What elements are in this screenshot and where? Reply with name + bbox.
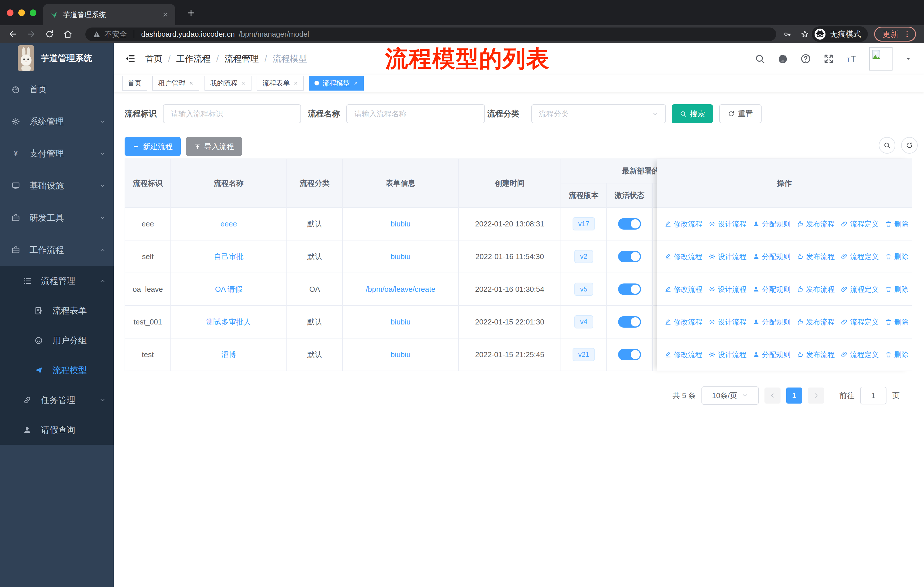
- action-modify[interactable]: 修改流程: [665, 284, 702, 294]
- browser-menu-icon[interactable]: [903, 30, 911, 38]
- action-modify[interactable]: 修改流程: [665, 350, 702, 359]
- action-definition[interactable]: 流程定义: [841, 219, 879, 229]
- sidebar-toggle-icon[interactable]: [125, 53, 135, 64]
- action-publish[interactable]: 发布流程: [797, 284, 835, 294]
- question-icon[interactable]: [800, 53, 811, 64]
- close-icon[interactable]: [353, 81, 358, 85]
- action-design[interactable]: 设计流程: [709, 219, 746, 229]
- sidebar-item-system[interactable]: 系统管理: [0, 106, 114, 137]
- action-definition[interactable]: 流程定义: [841, 284, 879, 294]
- current-page-button[interactable]: 1: [786, 387, 802, 403]
- password-key-icon[interactable]: [783, 30, 792, 38]
- address-bar[interactable]: 不安全 dashboard.yudao.iocoder.cn/bpm/manag…: [85, 28, 776, 41]
- model-name-link[interactable]: 自己审批: [214, 251, 244, 262]
- action-design[interactable]: 设计流程: [709, 317, 746, 327]
- action-delete[interactable]: 删除: [885, 219, 909, 229]
- action-assign-rule[interactable]: 分配规则: [753, 284, 790, 294]
- sidebar-item-process-model[interactable]: 流程模型: [0, 356, 114, 385]
- form-info-link[interactable]: biubiu: [391, 317, 411, 326]
- action-publish[interactable]: 发布流程: [797, 219, 835, 229]
- action-assign-rule[interactable]: 分配规则: [753, 317, 790, 327]
- sidebar-item-workflow[interactable]: 工作流程: [0, 234, 114, 266]
- goto-page-input[interactable]: [860, 387, 886, 404]
- sidebar-item-user-group[interactable]: 用户分组: [0, 326, 114, 356]
- search-icon[interactable]: [754, 53, 765, 64]
- github-icon[interactable]: [777, 53, 788, 64]
- back-button[interactable]: [8, 29, 18, 39]
- filter-category-select[interactable]: 流程分类: [531, 104, 666, 123]
- fullscreen-icon[interactable]: [823, 53, 834, 64]
- active-toggle[interactable]: [618, 218, 641, 230]
- active-toggle[interactable]: [618, 283, 641, 295]
- browser-tab[interactable]: 芋道管理系统: [43, 4, 175, 25]
- action-delete[interactable]: 删除: [885, 252, 909, 261]
- tab-home[interactable]: 首页: [122, 76, 147, 91]
- sidebar-item-devtools[interactable]: 研发工具: [0, 202, 114, 234]
- toggle-search-button[interactable]: [879, 137, 895, 154]
- action-modify[interactable]: 修改流程: [665, 317, 702, 327]
- home-button[interactable]: [63, 29, 73, 39]
- breadcrumb-item[interactable]: 流程管理: [224, 53, 259, 65]
- form-info-link[interactable]: biubiu: [391, 220, 411, 228]
- tab-process-model[interactable]: 流程模型: [309, 76, 364, 91]
- model-name-link[interactable]: OA 请假: [215, 284, 242, 294]
- action-definition[interactable]: 流程定义: [841, 350, 879, 359]
- user-avatar[interactable]: [869, 47, 893, 71]
- action-delete[interactable]: 删除: [885, 317, 909, 327]
- forward-button[interactable]: [26, 29, 36, 39]
- filter-name-input[interactable]: [346, 104, 485, 123]
- tab-process-form[interactable]: 流程表单: [257, 76, 304, 91]
- create-process-button[interactable]: 新建流程: [125, 137, 181, 156]
- update-button[interactable]: 更新: [874, 26, 916, 41]
- sidebar-item-process-form[interactable]: 流程表单: [0, 296, 114, 326]
- action-assign-rule[interactable]: 分配规则: [753, 350, 790, 359]
- import-process-button[interactable]: 导入流程: [186, 137, 242, 156]
- security-label[interactable]: 不安全: [104, 29, 127, 39]
- filter-key-input[interactable]: [163, 104, 301, 123]
- bookmark-star-icon[interactable]: [800, 30, 809, 39]
- tab-tenant[interactable]: 租户管理: [152, 76, 200, 91]
- window-minimize-button[interactable]: [18, 10, 25, 16]
- action-publish[interactable]: 发布流程: [797, 350, 835, 359]
- sidebar-item-home[interactable]: 首页: [0, 73, 114, 106]
- page-size-select[interactable]: 10条/页: [701, 386, 759, 405]
- sidebar-item-infra[interactable]: 基础设施: [0, 170, 114, 202]
- font-size-icon[interactable]: TT: [846, 53, 857, 64]
- breadcrumb-item[interactable]: 工作流程: [176, 53, 211, 65]
- close-icon[interactable]: [241, 81, 246, 85]
- search-button[interactable]: 搜索: [672, 104, 713, 123]
- sidebar-item-task-mgmt[interactable]: 任务管理: [0, 385, 114, 415]
- sidebar-item-process-mgmt[interactable]: 流程管理: [0, 266, 114, 296]
- reload-button[interactable]: [45, 29, 54, 39]
- window-close-button[interactable]: [7, 10, 13, 16]
- action-assign-rule[interactable]: 分配规则: [753, 219, 790, 229]
- reset-button[interactable]: 重置: [719, 104, 762, 123]
- prev-page-button[interactable]: [764, 387, 780, 403]
- form-info-link[interactable]: biubiu: [391, 350, 411, 359]
- active-toggle[interactable]: [618, 316, 641, 327]
- active-toggle[interactable]: [618, 251, 641, 262]
- action-publish[interactable]: 发布流程: [797, 252, 835, 261]
- tab-close-icon[interactable]: [162, 12, 168, 18]
- model-name-link[interactable]: 测试多审批人: [206, 317, 251, 327]
- action-definition[interactable]: 流程定义: [841, 252, 879, 261]
- avatar-caret-icon[interactable]: [904, 55, 912, 63]
- action-publish[interactable]: 发布流程: [797, 317, 835, 327]
- action-modify[interactable]: 修改流程: [665, 252, 702, 261]
- action-design[interactable]: 设计流程: [709, 284, 746, 294]
- action-definition[interactable]: 流程定义: [841, 317, 879, 327]
- breadcrumb-item[interactable]: 首页: [145, 53, 162, 65]
- action-delete[interactable]: 删除: [885, 350, 909, 359]
- window-zoom-button[interactable]: [30, 10, 36, 16]
- close-icon[interactable]: [293, 81, 298, 85]
- action-modify[interactable]: 修改流程: [665, 219, 702, 229]
- app-logo-row[interactable]: 芋道管理系统: [0, 43, 114, 73]
- tab-my-process[interactable]: 我的流程: [205, 76, 251, 91]
- action-delete[interactable]: 删除: [885, 284, 909, 294]
- refresh-table-button[interactable]: [901, 137, 918, 154]
- form-info-link[interactable]: /bpm/oa/leave/create: [366, 285, 436, 294]
- active-toggle[interactable]: [618, 349, 641, 360]
- model-name-link[interactable]: 滔博: [221, 350, 236, 360]
- next-page-button[interactable]: [808, 387, 824, 403]
- action-assign-rule[interactable]: 分配规则: [753, 252, 790, 261]
